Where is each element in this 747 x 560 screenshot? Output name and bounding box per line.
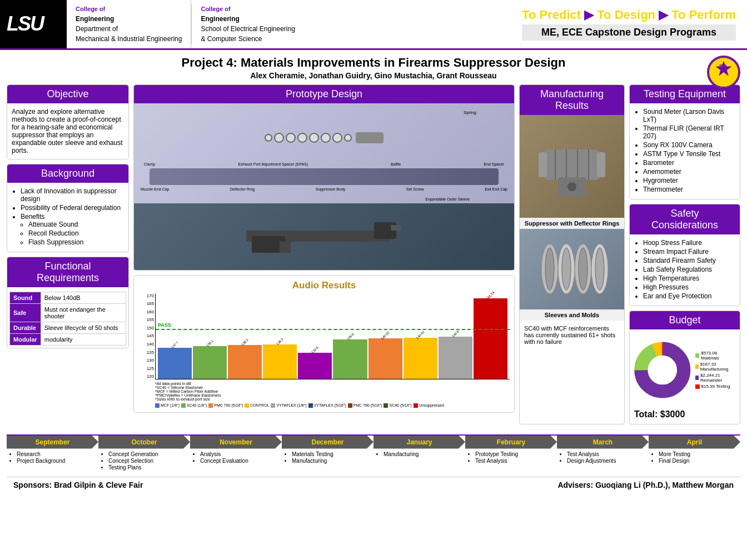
audio-chart-area: Audio Results 17016516015515014514013513…: [134, 276, 514, 412]
project-header: Project 4: Materials Improvements in Fir…: [7, 56, 740, 80]
list-item: Possibility of Federal deregulation: [21, 204, 124, 212]
list-item: Attenuate Sound: [28, 221, 124, 228]
timeline-december: December Materials TestingManufacturing: [282, 436, 374, 477]
list-item: Thermal FLIR (General IRT 207): [643, 124, 735, 140]
suppressor-caption: Suppressor with Deflector Rings: [520, 218, 624, 229]
budget-total: Total: $3000: [634, 409, 735, 419]
timeline-april: April More TestingFinal Design: [649, 436, 740, 477]
chart-legend: MCF (1/8") SC40 (1/8") PMC 790 (5/16") C…: [155, 403, 510, 408]
tagline: To Predict ▶ To Design ▶ To Perform: [522, 8, 736, 22]
month-header-february: February: [465, 436, 557, 449]
svg-point-16: [567, 182, 576, 191]
month-items-february: Prototype TestingTest Analysis: [465, 449, 557, 477]
sponsors: Sponsors: Brad Gilpin & Cleve Fair: [13, 481, 143, 489]
lsu-logo: LSU: [7, 12, 43, 36]
budget-header: Budget: [630, 311, 740, 329]
list-item: Hoop Stress Failure: [643, 239, 735, 247]
month-header-november: November: [190, 436, 282, 449]
chart-bars: 137.7 138.1 138.2: [156, 293, 510, 379]
list-item: Barometer: [643, 159, 735, 167]
logo-badge: PDL: [707, 56, 740, 89]
budget-labels: $573.08 Materials $167.32 Manufacturing …: [695, 351, 736, 389]
manufacturing-header: ManufacturingResults: [520, 85, 624, 115]
list-item: Lab Safety Regulations: [643, 266, 735, 273]
list-item: ASTM Type V Tensile Test: [643, 150, 735, 158]
functional-body: Sound Below 140dB Safe Must not endanger…: [7, 287, 128, 348]
manufacturing-section: ManufacturingResults Suppr: [519, 84, 625, 424]
content-grid: Objective Analyze and explore alternativ…: [7, 84, 740, 429]
prototype-header: Prototype Design: [134, 85, 514, 103]
month-items-april: More TestingFinal Design: [649, 449, 740, 477]
svg-point-21: [545, 248, 554, 290]
objective-header: Objective: [7, 85, 128, 103]
svg-point-23: [579, 248, 587, 290]
table-row: Durable Sleeve lifecycle of 50 shots: [10, 322, 126, 333]
svg-rect-8: [544, 149, 600, 180]
list-item: Stream Impact Failure: [643, 248, 735, 256]
safety-section: SafetyConsiderations Hoop Stress Failure…: [629, 204, 740, 306]
svg-point-24: [595, 248, 604, 290]
school-info: College of Engineering School of Electri…: [192, 0, 511, 48]
month-header-march: March: [557, 436, 649, 449]
background-header: Background: [7, 164, 128, 183]
list-item: Anemometer: [643, 168, 735, 176]
list-item: Benefits Attenuate Sound Recoil Reductio…: [21, 213, 124, 246]
list-item: Standard Firearm Safety: [643, 257, 735, 264]
month-header-october: October: [98, 436, 190, 449]
prototype-section: Prototype Design Spring: [133, 84, 515, 271]
timeline-february: February Prototype TestingTest Analysis: [465, 436, 557, 477]
audio-section: Audio Results 17016516015515014514013513…: [133, 275, 515, 413]
lsu-logo-section: LSU: [0, 0, 67, 48]
table-row: Modular modularity: [10, 333, 126, 345]
background-section: Background Lack of Innovation in suppres…: [7, 164, 129, 252]
timeline: September ResearchProject Background Oct…: [7, 434, 740, 477]
manufacturing-column: ManufacturingResults Suppr: [519, 84, 625, 429]
functional-table: Sound Below 140dB Safe Must not endanger…: [9, 292, 126, 346]
gun-photo: [134, 203, 514, 270]
list-item: Sony RX 100V Camera: [643, 141, 735, 149]
objective-section: Objective Analyze and explore alternativ…: [7, 84, 129, 159]
month-items-march: Test AnalysisDesign Adjustments: [557, 449, 649, 477]
project-authors: Alex Cheramie, Jonathan Guidry, Gino Mus…: [7, 71, 740, 80]
sleeves-photo: [520, 229, 624, 309]
svg-rect-7: [280, 242, 291, 253]
list-item: High Temperatures: [643, 274, 735, 282]
month-items-december: Materials TestingManufacturing: [282, 449, 374, 477]
timeline-january: January Manufacturing: [374, 436, 465, 477]
safety-header: SafetyConsiderations: [630, 204, 740, 234]
month-header-december: December: [282, 436, 374, 449]
sleeves-caption: Sleeves and Molds: [520, 309, 624, 321]
project-title: Project 4: Materials Improvements in Fir…: [7, 56, 740, 70]
month-items-september: ResearchProject Background: [7, 449, 98, 477]
svg-point-22: [562, 248, 571, 290]
main-content: Project 4: Materials Improvements in Fir…: [0, 50, 747, 498]
month-header-april: April: [649, 436, 740, 449]
list-item: Hygrometer: [643, 177, 735, 184]
header: LSU College of Engineering Department of…: [0, 0, 747, 50]
table-row: Safe Must not endanger the shooter: [10, 303, 126, 322]
list-item: Sound Meter (Larson Davis LxT): [643, 108, 735, 123]
functional-section: FunctionalRequirements Sound Below 140dB…: [7, 257, 129, 348]
month-items-october: Concept GenerationConcept SelectionTesti…: [98, 449, 190, 477]
month-header-january: January: [374, 436, 465, 449]
background-body: Lack of Innovation in suppressor design …: [7, 183, 128, 252]
sleeves-description: SC40 with MCF reinforcements has current…: [520, 321, 624, 349]
svg-rect-10: [597, 152, 605, 177]
list-item: Thermometer: [643, 186, 735, 193]
objective-body: Analyze and explore alternative methods …: [7, 103, 128, 159]
budget-body: $573.08 Materials $167.32 Manufacturing …: [630, 329, 740, 424]
month-header-september: September: [7, 436, 98, 449]
chart-notes: *All data points in dB *SC40 = Silicone …: [155, 382, 510, 401]
program-title: ME, ECE Capstone Design Programs: [522, 24, 736, 41]
month-items-november: AnalysisConcept Evaluation: [190, 449, 282, 477]
list-item: Ear and Eye Protection: [643, 292, 735, 300]
audio-title: Audio Results: [138, 280, 510, 291]
functional-header: FunctionalRequirements: [7, 257, 128, 287]
budget-section: Budget: [629, 311, 740, 424]
dept-info: College of Engineering Department of Mec…: [67, 0, 191, 48]
timeline-march: March Test AnalysisDesign Adjustments: [557, 436, 649, 477]
list-item: High Pressures: [643, 283, 735, 291]
footer: Sponsors: Brad Gilpin & Cleve Fair Advis…: [7, 477, 740, 493]
suppressor-photo: [520, 115, 624, 218]
list-item: Recoil Reduction: [28, 229, 124, 237]
